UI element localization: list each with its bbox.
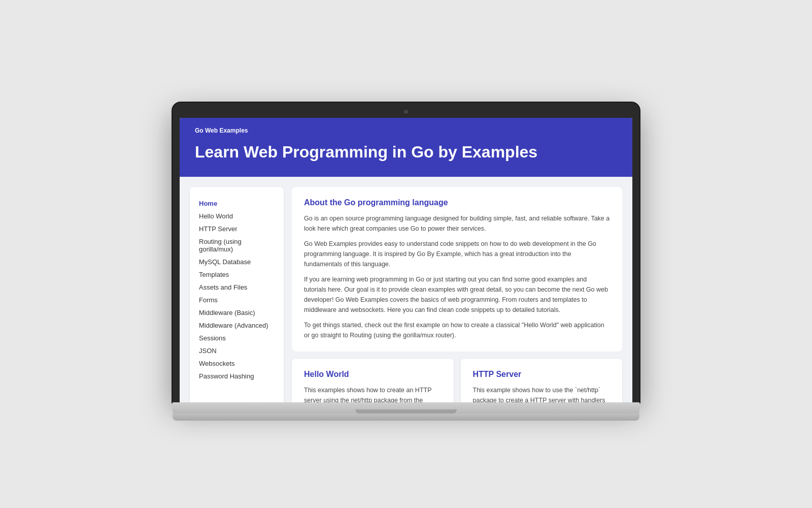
hello-world-card: Hello World This examples shows how to c… bbox=[292, 359, 454, 402]
main-card-wrapper: About the Go programming language Go is … bbox=[292, 187, 622, 352]
site-main: HomeHello WorldHTTP ServerRouting (using… bbox=[180, 177, 632, 402]
hello-world-text: This examples shows how to create an HTT… bbox=[304, 385, 442, 402]
main-card-paragraph: To get things started, check out the fir… bbox=[304, 320, 610, 340]
sidebar-nav-item[interactable]: Websockets bbox=[199, 357, 275, 370]
sidebar-nav-item[interactable]: HTTP Server bbox=[199, 223, 275, 235]
main-card-paragraph: Go Web Examples provides easy to underst… bbox=[304, 239, 610, 269]
sidebar-nav-item[interactable]: Middleware (Advanced) bbox=[199, 319, 275, 332]
laptop-base bbox=[173, 402, 639, 414]
main-card-paragraph: If you are learning web programming in G… bbox=[304, 274, 610, 315]
sidebar-nav-item[interactable]: Routing (using gorilla/mux) bbox=[199, 235, 275, 256]
sidebar-nav-item[interactable]: Password Hashing bbox=[199, 370, 275, 383]
laptop-camera bbox=[404, 110, 408, 114]
content-area: About the Go programming language Go is … bbox=[292, 187, 622, 402]
sidebar-nav-item[interactable]: Assets and Files bbox=[199, 281, 275, 294]
site-logo[interactable]: Go Web Examples bbox=[195, 127, 617, 134]
sidebar: HomeHello WorldHTTP ServerRouting (using… bbox=[190, 187, 284, 402]
sidebar-nav-item[interactable]: Hello World bbox=[199, 210, 275, 223]
laptop-bezel: Go Web Examples Learn Web Programming in… bbox=[173, 103, 639, 402]
sidebar-nav-item[interactable]: Forms bbox=[199, 294, 275, 306]
site-header: Go Web Examples Learn Web Programming in… bbox=[180, 118, 632, 177]
http-server-card: HTTP Server This example shows how to us… bbox=[461, 359, 623, 402]
sidebar-nav-item[interactable]: JSON bbox=[199, 344, 275, 357]
main-card: About the Go programming language Go is … bbox=[292, 187, 622, 352]
hero-title: Learn Web Programming in Go by Examples bbox=[195, 142, 617, 162]
cards-row: Hello World This examples shows how to c… bbox=[292, 359, 622, 402]
main-card-title: About the Go programming language bbox=[304, 198, 610, 207]
hello-world-title: Hello World bbox=[304, 370, 442, 379]
http-server-title: HTTP Server bbox=[473, 370, 611, 379]
laptop-foot bbox=[173, 414, 639, 421]
laptop-wrapper: Go Web Examples Learn Web Programming in… bbox=[173, 87, 639, 421]
sidebar-nav-item[interactable]: Middleware (Basic) bbox=[199, 306, 275, 319]
laptop-screen: Go Web Examples Learn Web Programming in… bbox=[180, 118, 632, 402]
sidebar-nav-item[interactable]: Sessions bbox=[199, 332, 275, 344]
sidebar-nav-item[interactable]: Home bbox=[199, 197, 275, 210]
main-card-paragraph: Go is an open source programming languag… bbox=[304, 213, 610, 234]
http-server-text: This example shows how to use the `net/h… bbox=[473, 385, 611, 402]
sidebar-nav-item[interactable]: MySQL Database bbox=[199, 256, 275, 268]
sidebar-nav-item[interactable]: Templates bbox=[199, 268, 275, 281]
